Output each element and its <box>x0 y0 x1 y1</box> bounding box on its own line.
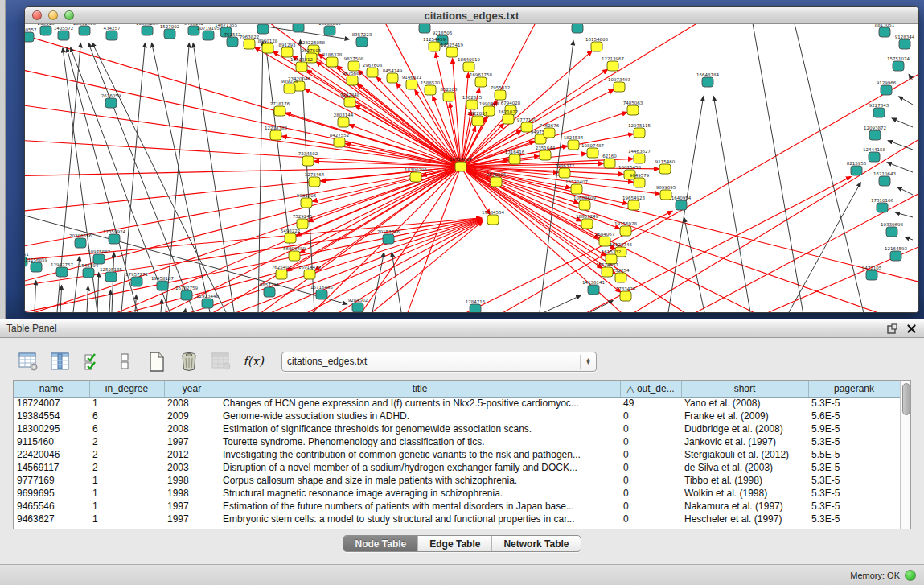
table-row[interactable]: 946362711997Embryonic stem cells: a mode… <box>14 513 900 525</box>
graph-node[interactable] <box>257 24 269 34</box>
table-mode-icon[interactable] <box>18 351 39 372</box>
graph-node[interactable] <box>181 290 192 300</box>
graph-node[interactable] <box>676 200 687 210</box>
graph-node[interactable] <box>75 238 86 248</box>
new-table-icon[interactable] <box>146 351 167 372</box>
graph-node[interactable] <box>387 73 398 83</box>
graph-node[interactable] <box>406 80 417 89</box>
graph-node[interactable] <box>634 178 645 187</box>
graph-node[interactable] <box>419 24 430 33</box>
table-scrollbar-thumb[interactable] <box>902 383 910 415</box>
float-window-icon[interactable] <box>885 322 898 335</box>
graph-node[interactable] <box>383 234 394 244</box>
graph-node[interactable] <box>58 31 69 40</box>
graph-node[interactable] <box>877 203 888 212</box>
graph-node[interactable] <box>425 85 436 95</box>
left-splitter[interactable] <box>0 0 6 319</box>
table-selector[interactable]: citations_edges.txt ▲▼ <box>281 352 597 372</box>
graph-node[interactable] <box>659 164 671 174</box>
graph-node[interactable] <box>338 117 349 127</box>
minimize-window-icon[interactable] <box>48 10 58 20</box>
close-window-icon[interactable] <box>32 10 42 20</box>
graph-node[interactable] <box>105 272 117 282</box>
network-canvas[interactable]: 9405572031181405572208914064342571065328… <box>25 24 918 312</box>
graph-node[interactable] <box>503 114 514 124</box>
graph-node[interactable] <box>879 176 890 186</box>
graph-node[interactable] <box>559 168 570 178</box>
graph-node[interactable] <box>879 27 890 37</box>
graph-node[interactable] <box>142 26 153 35</box>
column-header-short[interactable]: short <box>681 381 808 397</box>
graph-node[interactable] <box>348 61 359 71</box>
graph-node[interactable] <box>334 138 345 147</box>
graph-node[interactable] <box>470 304 481 312</box>
graph-node[interactable] <box>429 42 440 51</box>
graph-node[interactable] <box>309 177 320 187</box>
graph-node[interactable] <box>869 152 880 162</box>
column-header-title[interactable]: title <box>220 381 620 397</box>
graph-node[interactable] <box>157 281 168 290</box>
graph-node[interactable] <box>620 226 631 236</box>
graph-node[interactable] <box>509 154 520 164</box>
graph-node[interactable] <box>56 267 68 277</box>
graph-node[interactable] <box>463 62 474 72</box>
graph-node[interactable] <box>620 291 631 301</box>
graph-node[interactable] <box>285 233 296 243</box>
graph-node[interactable] <box>131 277 142 286</box>
graph-node[interactable] <box>302 156 314 166</box>
delete-trash-icon[interactable] <box>179 351 199 372</box>
graph-node[interactable] <box>262 43 273 53</box>
graph-node[interactable] <box>702 77 713 87</box>
column-header-out_de[interactable]: △ out_de... <box>620 381 681 397</box>
graph-node[interactable] <box>109 234 120 244</box>
graph-node[interactable] <box>296 62 307 72</box>
graph-node[interactable] <box>893 61 904 71</box>
graph-node[interactable] <box>607 61 618 71</box>
select-all-icon[interactable] <box>82 351 103 372</box>
graph-node[interactable] <box>634 154 645 163</box>
graph-node[interactable] <box>202 299 213 308</box>
column-header-pagerank[interactable]: pagerank <box>808 381 900 397</box>
graph-node[interactable] <box>83 268 94 278</box>
graph-node[interactable] <box>105 98 117 108</box>
graph-node[interactable] <box>443 92 454 101</box>
graph-node[interactable] <box>869 130 881 140</box>
table-row[interactable]: 1456911722003Disruption of a novel membe… <box>14 461 900 474</box>
table-row[interactable]: 911546021997Tourette syndrome. Phenomeno… <box>14 435 900 448</box>
graph-node[interactable] <box>491 177 502 187</box>
table-row[interactable]: 2242004622012Investigating the contribut… <box>14 448 900 461</box>
graph-node[interactable] <box>304 270 315 279</box>
graph-node[interactable] <box>475 77 487 87</box>
column-header-year[interactable]: year <box>164 381 220 397</box>
graph-node[interactable] <box>274 106 285 116</box>
graph-node[interactable] <box>356 37 368 47</box>
graph-node[interactable] <box>293 24 304 32</box>
graph-node[interactable] <box>455 162 466 171</box>
graph-node[interactable] <box>579 200 590 210</box>
graph-node[interactable] <box>289 251 300 261</box>
graph-node[interactable] <box>284 84 295 93</box>
graph-node[interactable] <box>627 105 639 115</box>
close-panel-icon[interactable] <box>905 322 918 335</box>
graph-node[interactable] <box>164 29 175 39</box>
graph-node[interactable] <box>591 42 602 51</box>
graph-node[interactable] <box>326 57 338 67</box>
tab-node-table[interactable]: Node Table <box>343 536 418 551</box>
graph-node[interactable] <box>851 166 862 175</box>
graph-node[interactable] <box>544 128 555 138</box>
graph-node[interactable] <box>890 251 901 261</box>
graph-node[interactable] <box>446 47 458 57</box>
graph-node[interactable] <box>297 219 308 229</box>
graph-node[interactable] <box>634 128 645 138</box>
graph-node[interactable] <box>568 140 579 150</box>
graph-node[interactable] <box>244 39 255 49</box>
graph-node[interactable] <box>588 285 599 295</box>
graph-node[interactable] <box>270 130 281 140</box>
table-scrollbar[interactable] <box>900 381 910 529</box>
graph-node[interactable] <box>873 108 885 117</box>
graph-node[interactable] <box>614 82 625 92</box>
graph-node[interactable] <box>466 100 478 109</box>
graph-node[interactable] <box>79 26 90 35</box>
graph-node[interactable] <box>352 303 363 312</box>
graph-node[interactable] <box>203 31 214 40</box>
